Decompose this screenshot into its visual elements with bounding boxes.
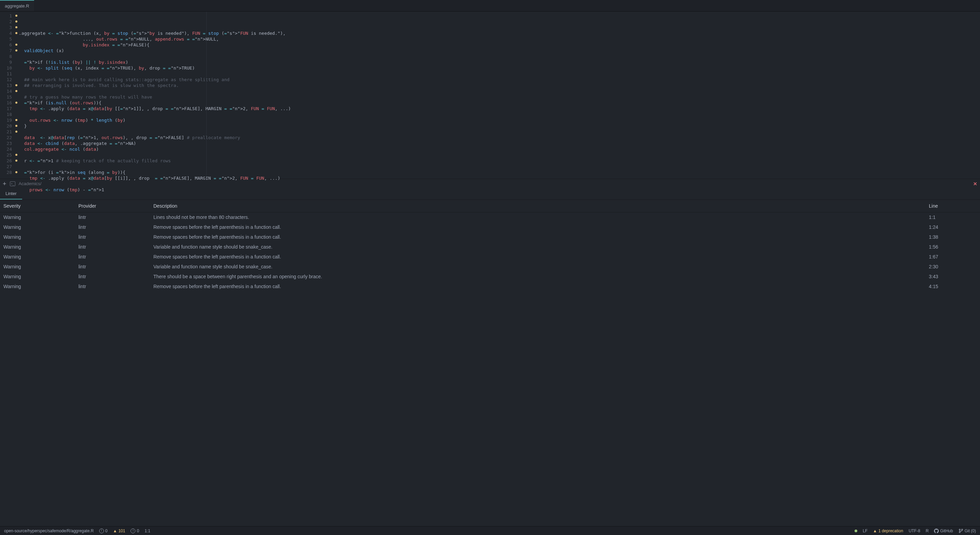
line-number[interactable]: 24 <box>0 146 19 152</box>
code-line[interactable]: data <- cbind (data, .aggregate = ="n">N… <box>19 140 980 146</box>
line-number[interactable]: 28 <box>0 169 19 175</box>
status-deprecation[interactable]: ▲ 1 deprecation <box>873 529 903 533</box>
line-number[interactable]: 14 <box>0 88 19 94</box>
code-line[interactable] <box>19 88 980 94</box>
line-number[interactable]: 2 <box>0 19 19 25</box>
code-line[interactable] <box>19 129 980 135</box>
status-errors[interactable]: ! 0 <box>99 529 108 533</box>
code-line[interactable] <box>19 164 980 169</box>
line-number[interactable]: 10 <box>0 65 19 71</box>
lint-row[interactable]: WarninglintrVariable and function name s… <box>0 242 980 252</box>
code-line[interactable]: ..., out.rows = ="n">NULL, append.rows =… <box>19 36 980 42</box>
lint-marker-icon[interactable] <box>15 90 18 92</box>
line-number[interactable]: 16 <box>0 100 19 106</box>
line-number[interactable]: 12 <box>0 77 19 83</box>
line-number[interactable]: 4 <box>0 30 19 36</box>
lint-row[interactable]: WarninglintrRemove spaces before the lef… <box>0 282 980 291</box>
code-line[interactable]: prows <- nrow (tmp) - ="n">1 <box>19 187 980 193</box>
line-number[interactable]: 27 <box>0 164 19 169</box>
code-line[interactable] <box>19 71 980 77</box>
col-severity[interactable]: Severity <box>3 203 78 209</box>
lint-row[interactable]: WarninglintrThere should be a space betw… <box>0 272 980 282</box>
col-description[interactable]: Description <box>153 203 929 209</box>
line-number[interactable]: 11 <box>0 71 19 77</box>
code-area[interactable]: .aggregate <- ="k">function (x, by = sto… <box>19 11 980 179</box>
terminal-icon[interactable]: >_ <box>10 182 15 186</box>
lint-marker-icon[interactable] <box>15 44 18 46</box>
code-line[interactable] <box>19 111 980 117</box>
lint-row[interactable]: WarninglintrRemove spaces before the lef… <box>0 232 980 242</box>
lint-marker-icon[interactable] <box>15 26 18 28</box>
lint-row[interactable]: WarninglintrRemove spaces before the lef… <box>0 252 980 262</box>
code-line[interactable]: tmp <- .apply (data = x@data[by [[="n">1… <box>19 106 980 111</box>
line-number[interactable]: 21 <box>0 129 19 135</box>
code-line[interactable]: # try a guess how many rows the result w… <box>19 94 980 100</box>
status-eol[interactable]: LF <box>863 529 867 533</box>
code-line[interactable]: ## main work here is to avoid calling st… <box>19 77 980 83</box>
line-number[interactable]: 7 <box>0 48 19 54</box>
lint-marker-icon[interactable] <box>15 131 18 133</box>
code-line[interactable]: ="k">if (!is.list (by) || ! by.isindex) <box>19 59 980 65</box>
status-encoding[interactable]: UTF-8 <box>909 529 920 533</box>
line-number[interactable]: 19 <box>0 117 19 123</box>
line-number[interactable]: 17 <box>0 106 19 111</box>
code-line[interactable]: data <- x@data[rep (="n">1, out.rows), ,… <box>19 135 980 140</box>
tab-file[interactable]: aggregate.R <box>0 0 34 11</box>
code-line[interactable] <box>19 181 980 187</box>
line-number[interactable]: 25 <box>0 152 19 158</box>
line-number[interactable]: 23 <box>0 140 19 146</box>
status-ok-icon[interactable] <box>854 530 857 532</box>
lint-marker-icon[interactable] <box>15 84 18 86</box>
code-line[interactable]: ## rearranging is involved. That is slow… <box>19 83 980 88</box>
col-line[interactable]: Line <box>929 203 977 209</box>
lint-marker-icon[interactable] <box>15 154 18 156</box>
code-line[interactable]: out.rows <- nrow (tmp) * length (by) <box>19 117 980 123</box>
lint-marker-icon[interactable] <box>15 102 18 103</box>
lint-marker-icon[interactable] <box>15 119 18 121</box>
lint-marker-icon[interactable] <box>15 49 18 51</box>
line-number[interactable]: 9 <box>0 59 19 65</box>
code-line[interactable]: } <box>19 123 980 129</box>
code-line[interactable]: col.aggregate <- ncol (data) <box>19 146 980 152</box>
lint-marker-icon[interactable] <box>15 159 18 162</box>
line-number[interactable]: 5 <box>0 36 19 42</box>
line-number[interactable]: 22 <box>0 135 19 140</box>
line-number[interactable]: 8 <box>0 54 19 59</box>
line-number[interactable]: 18 <box>0 111 19 117</box>
lint-row[interactable]: WarninglintrRemove spaces before the lef… <box>0 222 980 232</box>
lint-marker-icon[interactable] <box>15 125 18 127</box>
status-git[interactable]: Git (0) <box>959 529 976 533</box>
line-number[interactable]: 13 <box>0 83 19 88</box>
lint-marker-icon[interactable] <box>15 21 18 22</box>
code-line[interactable]: .aggregate <- ="k">function (x, by = sto… <box>19 30 980 36</box>
lint-row[interactable]: WarninglintrLines should not be more tha… <box>0 212 980 222</box>
status-warnings[interactable]: ▲ 101 <box>113 529 126 533</box>
line-number[interactable]: 20 <box>0 123 19 129</box>
code-line[interactable] <box>19 152 980 158</box>
code-line[interactable]: ="k">for (i ="k">in seq (along = by)){ <box>19 169 980 175</box>
line-number[interactable]: 6 <box>0 42 19 48</box>
line-number[interactable]: 3 <box>0 25 19 30</box>
status-file-path[interactable]: open-source/hyperspec/safemode/R/aggrega… <box>4 529 94 533</box>
code-line[interactable]: by.isindex = ="n">FALSE){ <box>19 42 980 48</box>
code-line[interactable]: by <- split (seq (x, index = ="n">TRUE),… <box>19 65 980 71</box>
code-line[interactable]: validObject (x) <box>19 48 980 54</box>
new-terminal-button[interactable]: + <box>3 181 6 187</box>
code-line[interactable]: tmp <- .apply (data = x@data[by [[i]], ,… <box>19 175 980 181</box>
code-line[interactable]: r <- ="n">1 # keeping track of the actua… <box>19 158 980 164</box>
editor[interactable]: 1234567891011121314151617181920212223242… <box>0 11 980 179</box>
lint-marker-icon[interactable] <box>15 171 18 173</box>
status-github[interactable]: GitHub <box>934 529 953 533</box>
status-language[interactable]: R <box>926 529 929 533</box>
lint-marker-icon[interactable] <box>15 32 18 34</box>
line-number[interactable]: 1 <box>0 13 19 19</box>
status-cursor[interactable]: 1:1 <box>145 529 150 533</box>
code-line[interactable] <box>19 54 980 59</box>
line-number[interactable]: 26 <box>0 158 19 164</box>
line-number[interactable]: 15 <box>0 94 19 100</box>
lint-marker-icon[interactable] <box>15 15 18 17</box>
status-infos[interactable]: i 0 <box>130 529 139 533</box>
lint-row[interactable]: WarninglintrVariable and function name s… <box>0 262 980 272</box>
col-provider[interactable]: Provider <box>78 203 153 209</box>
code-line[interactable]: ="k">if (is.null (out.rows)){ <box>19 100 980 106</box>
